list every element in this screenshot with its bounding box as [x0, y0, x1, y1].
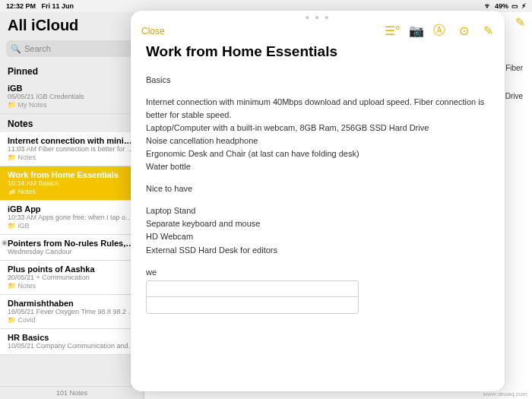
sidebar-footer: 101 Notes: [0, 386, 144, 399]
note-meta: 16/05/21 Fever Oxygen Time 98.8 98.2 9…: [8, 308, 136, 315]
list-item[interactable]: iGB 05/05/21 iGB Credentials 📁 My Notes: [0, 80, 144, 114]
modal-title: Work from Home Essentials: [131, 43, 505, 66]
note-title: Work from Home Essentials: [8, 170, 136, 179]
list-item[interactable]: Dharmishthaben 16/05/21 Fever Oxygen Tim…: [0, 295, 144, 329]
list-item[interactable]: iGB App 10:33 AM Apps gone free: when I …: [0, 201, 144, 235]
section-heading: Basics: [146, 74, 489, 87]
modal-toolbar: ☰° 📷 Ⓐ ⊙ ✎: [385, 23, 494, 39]
note-meta: 05/05/21 iGB Credentials: [8, 93, 136, 100]
note-title: iGB App: [8, 204, 136, 214]
note-folder: 📁 Notes: [8, 154, 136, 161]
table-row[interactable]: [147, 281, 358, 297]
note-folder: 📁 iGB: [8, 222, 136, 230]
list-item[interactable]: Internet connection with minimum 4… 11:0…: [0, 132, 144, 166]
table-row[interactable]: [147, 297, 358, 313]
body-line: External SSD Hard Desk for editors: [146, 244, 489, 257]
note-meta: 10:34 AM Basics: [8, 179, 136, 187]
battery-icon: ▭: [511, 2, 518, 10]
sidebar-title: All iCloud: [8, 17, 136, 34]
note-folder: 📁 Notes: [8, 188, 136, 195]
body-line: Laptop/Computer with a built-in webcam, …: [146, 122, 489, 135]
pinned-header: Pinned: [0, 62, 144, 80]
status-time: 12:32 PM: [6, 2, 36, 10]
notes-sidebar: All iCloud 🔍 Search Pinned iGB 05/05/21 …: [0, 12, 144, 399]
list-item[interactable]: HR Basics 10/05/21 Company Communication…: [0, 329, 144, 355]
body-line: Laptop Stand: [146, 204, 489, 217]
notes-header: Notes: [0, 114, 144, 132]
list-item-selected[interactable]: Work from Home Essentials 10:34 AM Basic…: [0, 166, 144, 201]
more-icon[interactable]: ⊙: [458, 24, 470, 38]
body-line: HD Webcam: [146, 230, 489, 243]
note-meta: 11:03 AM Fiber connection is better for …: [8, 145, 136, 153]
note-title: Pointers from No-rules Rules, Powe…: [8, 239, 136, 248]
body-line: Water bottle: [146, 160, 489, 173]
shared-icon: ◉: [2, 239, 8, 246]
compose-icon[interactable]: ✎: [514, 15, 526, 31]
search-icon: 🔍: [11, 44, 21, 54]
watermark: www.deuaq.com: [483, 391, 527, 397]
body-line: Ergonomic Desk and Chair (at last can ha…: [146, 147, 489, 160]
note-folder: 📁 Notes: [8, 282, 136, 290]
charging-icon: ⚡︎: [521, 2, 526, 10]
note-folder: 📁 My Notes: [8, 101, 136, 109]
note-meta: 10/05/21 Company Communication and Value…: [8, 342, 136, 350]
note-meta: 20/05/21 + Communication: [8, 274, 136, 281]
close-button[interactable]: Close: [141, 26, 165, 36]
note-folder: 📁 Covid: [8, 316, 136, 324]
camera-icon[interactable]: 📷: [409, 24, 421, 38]
note-title: Dharmishthaben: [8, 299, 136, 308]
list-item[interactable]: ◉ Pointers from No-rules Rules, Powe… We…: [0, 235, 144, 261]
battery-pct: 49%: [495, 2, 508, 10]
body-line: Separate keyboard and mouse: [146, 217, 489, 230]
modal-body[interactable]: Basics Internet connection with minimum …: [131, 66, 505, 391]
note-meta: 10:33 AM Apps gone free: when I tap on…: [8, 214, 136, 221]
note-meta: Wednesday Candour: [8, 248, 136, 255]
list-bullet-icon[interactable]: ☰°: [385, 24, 397, 38]
markup-icon[interactable]: Ⓐ: [433, 23, 445, 39]
note-table[interactable]: [146, 280, 359, 314]
body-line: we: [146, 266, 489, 279]
modal-grabber[interactable]: ● ● ●: [131, 11, 505, 23]
note-title: HR Basics: [8, 333, 136, 342]
section-heading: Nice to have: [146, 182, 489, 195]
search-placeholder: Search: [24, 44, 51, 53]
body-line: Noise cancellation headphone: [146, 135, 489, 147]
note-title: Internet connection with minimum 4…: [8, 136, 136, 145]
status-date: Fri 11 Jun: [42, 2, 74, 10]
note-title: Plus points of Aashka: [8, 264, 136, 274]
wifi-icon: ᯤ: [485, 2, 492, 10]
body-line: Internet connection with minimum 40Mbps …: [146, 96, 489, 122]
note-modal: ● ● ● Close ☰° 📷 Ⓐ ⊙ ✎ Work from Home Es…: [131, 11, 505, 391]
list-item[interactable]: Plus points of Aashka 20/05/21 + Communi…: [0, 261, 144, 295]
note-title: iGB: [8, 84, 136, 93]
search-input[interactable]: 🔍 Search: [6, 40, 138, 57]
compose-icon[interactable]: ✎: [482, 24, 494, 38]
